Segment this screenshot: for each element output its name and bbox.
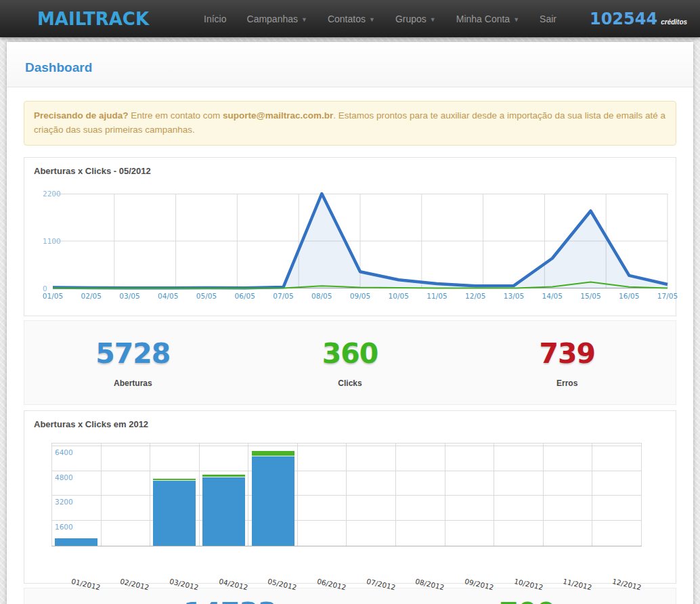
year-chart-panel: Aberturas x Clicks em 2012 1600320048006… xyxy=(24,410,676,584)
navbar: mailtrack InícioCampanhas▼Contatos▼Grupo… xyxy=(0,0,700,37)
page-content: Precisando de ajuda? Entre em contato co… xyxy=(7,87,693,604)
bar-stack xyxy=(202,475,245,546)
nav-item-contatos[interactable]: Contatos▼ xyxy=(318,0,385,37)
x-tick-label: 03/2012 xyxy=(169,577,199,592)
x-tick-label: 10/2012 xyxy=(513,577,544,592)
bar-aberturas xyxy=(55,538,97,546)
bar-cell xyxy=(347,444,396,546)
line-chart-svg xyxy=(53,194,668,288)
y-tick-label: 1600 xyxy=(55,523,73,531)
y-tick-label: 4800 xyxy=(55,473,73,481)
bar-stack xyxy=(55,538,97,546)
nav-menu: InícioCampanhas▼Contatos▼Grupos▼Minha Co… xyxy=(194,0,567,37)
x-tick-label: 06/05 xyxy=(235,292,255,300)
credits-unit: créditos xyxy=(661,18,687,26)
help-alert-lead: Precisando de ajuda? xyxy=(34,110,129,121)
bar-cell xyxy=(445,444,495,546)
caret-down-icon: ▼ xyxy=(430,16,436,23)
x-tick-label: 06/2012 xyxy=(316,577,347,592)
stat-erros: 739 Erros xyxy=(458,340,676,388)
stat-erros-value: 739 xyxy=(458,340,676,368)
x-tick-label: 12/2012 xyxy=(611,577,642,592)
nav-item-sair[interactable]: Sair xyxy=(529,0,567,37)
x-tick-label: 09/05 xyxy=(350,292,370,300)
bar-chart-plot: 1600320048006400 xyxy=(51,443,642,546)
bar-cell xyxy=(592,444,641,546)
x-tick-label: 02/05 xyxy=(81,292,102,300)
year-chart-xlabels: 01/201202/201203/201204/201205/201206/20… xyxy=(51,572,642,598)
bar-cell xyxy=(150,444,200,546)
bar-stack xyxy=(153,479,196,546)
caret-down-icon: ▼ xyxy=(301,16,307,23)
x-tick-label: 01/05 xyxy=(43,292,63,300)
stat-year-aberturas: 14733 xyxy=(24,599,378,604)
caret-down-icon: ▼ xyxy=(369,16,375,23)
x-tick-label: 07/2012 xyxy=(366,577,396,592)
y-tick-label: 1100 xyxy=(43,237,61,245)
nav-item-minha-conta[interactable]: Minha Conta▼ xyxy=(446,0,529,37)
stat-clicks: 360 Clicks xyxy=(242,340,459,388)
bar-aberturas xyxy=(252,456,294,546)
x-tick-label: 10/05 xyxy=(389,292,409,300)
stat-clicks-label: Clicks xyxy=(242,379,459,388)
month-chart-xlabels: 01/0502/0503/0504/0505/0506/0507/0508/05… xyxy=(53,288,668,305)
help-alert: Precisando de ajuda? Entre em contato co… xyxy=(24,101,676,146)
nav-item-campanhas[interactable]: Campanhas▼ xyxy=(237,0,318,37)
support-email: suporte@mailtrac.com.br xyxy=(223,110,333,121)
nav-item-início[interactable]: Início xyxy=(194,0,236,37)
y-tick-label: 2200 xyxy=(43,190,61,198)
bar-cell xyxy=(200,444,249,546)
year-chart: 1600320048006400 01/201202/201203/201204… xyxy=(51,443,642,572)
bar-clicks xyxy=(252,451,294,456)
stat-clicks-value: 360 xyxy=(242,340,459,368)
x-tick-label: 01/2012 xyxy=(70,577,101,592)
bar-aberturas xyxy=(153,481,196,545)
stat-year-clicks: 700 xyxy=(378,599,676,604)
x-tick-label: 09/2012 xyxy=(464,577,494,592)
page-header: Dashboard xyxy=(7,42,693,87)
brand-logo[interactable]: mailtrack xyxy=(37,9,149,29)
x-tick-label: 07/05 xyxy=(273,292,293,300)
x-tick-label: 03/05 xyxy=(119,292,139,300)
bar-cell xyxy=(248,444,298,546)
x-tick-label: 04/2012 xyxy=(218,577,248,592)
x-tick-label: 08/2012 xyxy=(414,577,445,592)
x-tick-label: 16/05 xyxy=(619,292,639,300)
y-tick-label: 6400 xyxy=(55,448,73,456)
bar-cell xyxy=(494,444,544,546)
x-tick-label: 11/05 xyxy=(426,292,447,300)
help-alert-text-1: Entre em contato com xyxy=(129,110,223,121)
x-tick-label: 17/05 xyxy=(657,292,678,300)
stat-year-clicks-value: 700 xyxy=(378,599,676,604)
month-stats-row: 5728 Aberturas 360 Clicks 739 Erros xyxy=(24,320,676,405)
stat-aberturas: 5728 Aberturas xyxy=(24,340,242,388)
x-tick-label: 05/05 xyxy=(196,292,217,300)
nav-item-grupos[interactable]: Grupos▼ xyxy=(385,0,446,37)
x-tick-label: 11/2012 xyxy=(562,577,592,592)
month-chart-title: Aberturas x Clicks - 05/2012 xyxy=(34,166,666,176)
bar-aberturas xyxy=(202,477,245,546)
x-tick-label: 02/2012 xyxy=(119,577,150,592)
x-tick-label: 04/05 xyxy=(158,292,178,300)
caret-down-icon: ▼ xyxy=(513,16,519,23)
stat-aberturas-value: 5728 xyxy=(24,340,242,368)
x-tick-label: 05/2012 xyxy=(267,577,297,592)
page-title: Dashboard xyxy=(25,60,675,75)
month-chart: 011002200 01/0502/0503/0504/0505/0506/05… xyxy=(53,194,668,305)
bar-cell xyxy=(298,444,347,546)
month-chart-panel: Aberturas x Clicks - 05/2012 011002200 0… xyxy=(24,157,676,316)
bar-cell xyxy=(544,444,593,546)
credits-display: 102544 créditos xyxy=(590,9,687,28)
x-tick-label: 14/05 xyxy=(542,292,563,300)
y-tick-label: 3200 xyxy=(55,498,73,506)
main-container: Dashboard Precisando de ajuda? Entre em … xyxy=(7,42,693,604)
x-tick-label: 13/05 xyxy=(504,292,524,300)
bar-cell xyxy=(102,444,151,546)
bar-cell xyxy=(396,444,445,546)
x-tick-label: 15/05 xyxy=(580,292,600,300)
x-tick-label: 12/05 xyxy=(465,292,485,300)
bar-stack xyxy=(252,451,294,546)
year-chart-title: Aberturas x Clicks em 2012 xyxy=(34,419,666,429)
x-tick-label: 08/05 xyxy=(311,292,332,300)
stat-aberturas-label: Aberturas xyxy=(24,379,242,388)
